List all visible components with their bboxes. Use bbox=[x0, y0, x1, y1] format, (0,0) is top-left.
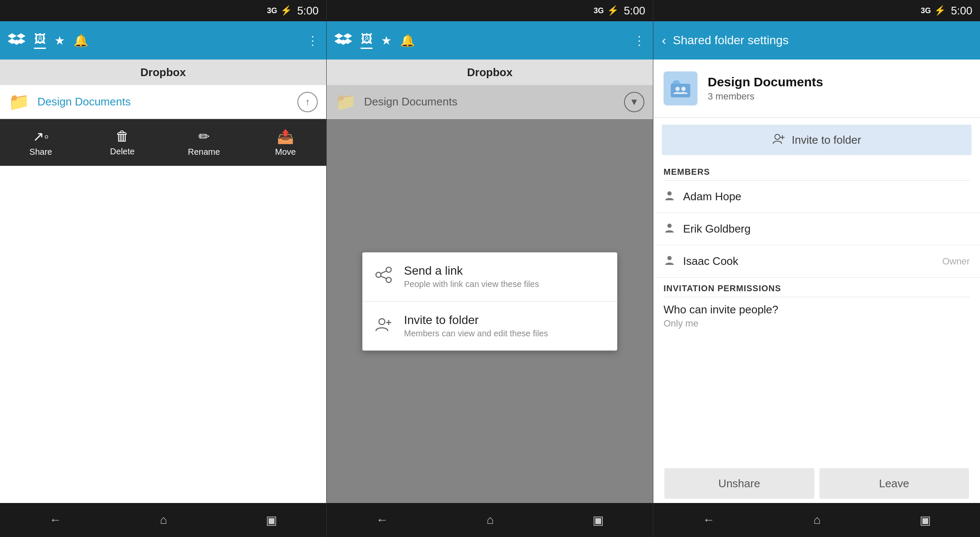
home-btn-3[interactable]: ⌂ bbox=[801, 509, 833, 531]
rename-label: Rename bbox=[188, 147, 220, 157]
svg-line-14 bbox=[381, 276, 387, 278]
recents-btn-1[interactable]: ▣ bbox=[253, 509, 290, 531]
invite-folder-icon bbox=[375, 315, 392, 336]
tab-notifications-2[interactable]: 🔔 bbox=[400, 34, 415, 48]
svg-point-21 bbox=[775, 134, 780, 139]
svg-point-25 bbox=[667, 224, 672, 228]
tab-favorites-1[interactable]: ★ bbox=[54, 34, 65, 48]
context-share[interactable]: ↗◦ Share bbox=[20, 128, 62, 157]
title-text-1: Dropbox bbox=[141, 66, 186, 79]
svg-marker-5 bbox=[334, 33, 343, 39]
svg-point-19 bbox=[675, 87, 680, 91]
back-btn-2[interactable]: ← bbox=[363, 509, 401, 531]
tab-photos-2[interactable]: 🖼 bbox=[361, 32, 373, 49]
folder-name-2: Design Documents bbox=[364, 95, 616, 108]
send-link-subtitle: People with link can view these files bbox=[404, 279, 539, 289]
svg-point-12 bbox=[386, 277, 391, 282]
panel-2: 3G ⚡ 5:00 🖼 ★ 🔔 ⋮ Dropbox 📁 Design Docum… bbox=[327, 0, 653, 537]
panel3-content: Design Documents 3 members Invite to fol… bbox=[653, 60, 980, 503]
signal-icon-3: 3G bbox=[921, 6, 931, 15]
battery-icon-3: ⚡ bbox=[934, 5, 946, 16]
move-icon: 📤 bbox=[277, 128, 294, 145]
p3-unshare-btn[interactable]: Unshare bbox=[664, 468, 814, 499]
send-link-icon bbox=[375, 266, 392, 287]
share-icon: ↗◦ bbox=[33, 128, 49, 145]
p3-member-row-2[interactable]: Isaac Cook Owner bbox=[653, 245, 980, 278]
home-btn-2[interactable]: ⌂ bbox=[474, 509, 507, 531]
svg-line-13 bbox=[381, 271, 387, 273]
more-icon-2[interactable]: ⋮ bbox=[633, 34, 645, 48]
invite-folder-text: Invite to folder Members can view and ed… bbox=[404, 313, 548, 338]
svg-marker-0 bbox=[8, 33, 17, 39]
p3-folder-header: Design Documents 3 members bbox=[653, 60, 980, 118]
upload-btn-1[interactable]: ↑ bbox=[297, 92, 318, 112]
status-bar-1: 3G ⚡ 5:00 bbox=[0, 0, 326, 21]
p3-invite-perm-section: INVITATION PERMISSIONS Who can invite pe… bbox=[653, 278, 980, 329]
p3-member-icon-0 bbox=[664, 189, 675, 204]
svg-rect-18 bbox=[671, 84, 690, 97]
p3-members-label: MEMBERS bbox=[653, 162, 980, 180]
folder-icon-1: 📁 bbox=[8, 92, 30, 112]
share-label: Share bbox=[29, 147, 52, 157]
folder-name-1: Design Documents bbox=[37, 95, 290, 108]
main-content-1 bbox=[0, 166, 326, 503]
back-icon-3[interactable]: ‹ bbox=[662, 33, 666, 48]
p3-folder-info: Design Documents 3 members bbox=[708, 75, 823, 102]
p3-member-icon-2 bbox=[664, 254, 675, 269]
invite-folder-item[interactable]: Invite to folder Members can view and ed… bbox=[362, 301, 617, 350]
p3-invite-btn[interactable]: Invite to folder bbox=[662, 125, 972, 155]
invite-folder-subtitle: Members can view and edit these files bbox=[404, 329, 548, 338]
back-btn-1[interactable]: ← bbox=[37, 509, 74, 531]
app-bar-title-3: Shared folder settings bbox=[673, 34, 788, 47]
p3-member-row-0[interactable]: Adam Hope bbox=[653, 181, 980, 213]
p3-bottom-buttons: Unshare Leave bbox=[653, 460, 980, 503]
battery-icon: ⚡ bbox=[280, 5, 292, 16]
bottom-nav-3: ← ⌂ ▣ bbox=[653, 503, 980, 537]
more-icon-1[interactable]: ⋮ bbox=[307, 34, 319, 48]
panel-1: 3G ⚡ 5:00 🖼 ★ 🔔 ⋮ Dropbox 📁 Design Docum… bbox=[0, 0, 327, 537]
context-rename[interactable]: ✏ Rename bbox=[183, 128, 225, 157]
title-text-2: Dropbox bbox=[467, 66, 513, 79]
app-bar-3: ‹ Shared folder settings bbox=[653, 21, 980, 60]
p3-member-role-2: Owner bbox=[942, 256, 970, 267]
svg-marker-6 bbox=[343, 33, 352, 39]
back-btn-3[interactable]: ← bbox=[690, 509, 727, 531]
dropbox-logo-1[interactable] bbox=[8, 31, 25, 49]
title-bar-1: Dropbox bbox=[0, 60, 326, 85]
p3-invite-label: Invite to folder bbox=[792, 134, 861, 147]
p3-member-name-1: Erik Goldberg bbox=[683, 222, 962, 236]
dropdown-btn-2[interactable]: ▼ bbox=[624, 92, 644, 112]
recents-btn-2[interactable]: ▣ bbox=[580, 509, 616, 531]
context-delete[interactable]: 🗑 Delete bbox=[101, 128, 144, 156]
context-move[interactable]: 📤 Move bbox=[264, 128, 307, 157]
bottom-nav-2: ← ⌂ ▣ bbox=[327, 503, 653, 537]
signal-icon-2: 3G bbox=[593, 6, 604, 15]
status-bar-2: 3G ⚡ 5:00 bbox=[327, 0, 653, 21]
status-time-1: 5:00 bbox=[297, 4, 319, 17]
home-btn-1[interactable]: ⌂ bbox=[147, 509, 180, 531]
svg-point-24 bbox=[667, 191, 672, 196]
folder-row-1[interactable]: 📁 Design Documents ↑ bbox=[0, 85, 326, 119]
p3-folder-members: 3 members bbox=[708, 91, 823, 102]
p3-member-row-1[interactable]: Erik Goldberg bbox=[653, 213, 980, 245]
rename-icon: ✏ bbox=[198, 128, 210, 145]
svg-point-15 bbox=[379, 318, 385, 324]
dropbox-logo-2[interactable] bbox=[334, 31, 352, 49]
p3-folder-name: Design Documents bbox=[708, 75, 823, 89]
delete-label: Delete bbox=[110, 147, 135, 156]
p3-leave-btn[interactable]: Leave bbox=[819, 468, 969, 499]
folder-row-2[interactable]: 📁 Design Documents ▼ bbox=[327, 85, 653, 119]
p3-invite-person-icon bbox=[772, 132, 786, 148]
recents-btn-3[interactable]: ▣ bbox=[907, 509, 943, 531]
tab-notifications-1[interactable]: 🔔 bbox=[73, 34, 88, 48]
svg-point-20 bbox=[681, 87, 686, 91]
p3-member-icon-1 bbox=[664, 222, 675, 236]
battery-icon-2: ⚡ bbox=[607, 5, 619, 16]
p3-member-name-2: Isaac Cook bbox=[683, 255, 935, 268]
svg-point-11 bbox=[386, 267, 391, 272]
status-time-2: 5:00 bbox=[624, 4, 645, 17]
tab-photos-1[interactable]: 🖼 bbox=[34, 32, 46, 49]
send-link-item[interactable]: Send a link People with link can view th… bbox=[362, 252, 617, 301]
main-content-2: Send a link People with link can view th… bbox=[327, 119, 653, 503]
tab-favorites-2[interactable]: ★ bbox=[381, 34, 392, 48]
